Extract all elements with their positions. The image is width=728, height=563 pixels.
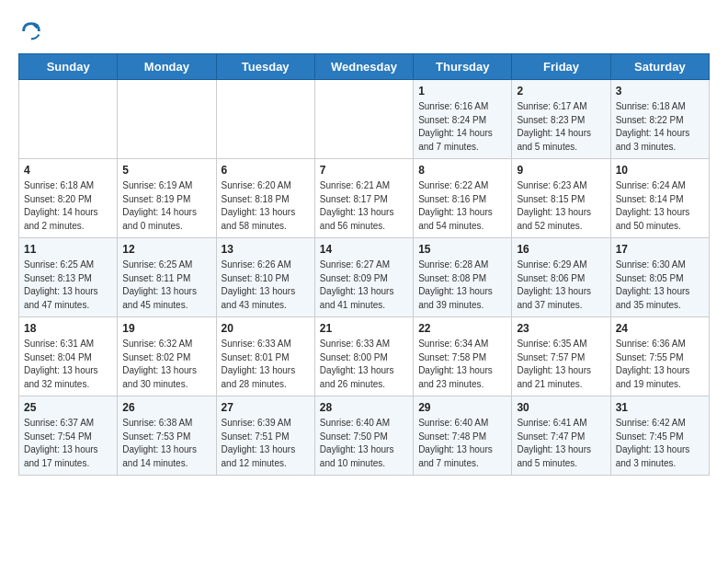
- day-number: 25: [24, 401, 112, 414]
- page-header: [18, 18, 710, 44]
- day-info: Sunrise: 6:40 AM Sunset: 7:48 PM Dayligh…: [418, 417, 506, 470]
- day-info: Sunrise: 6:29 AM Sunset: 8:06 PM Dayligh…: [517, 259, 605, 312]
- day-number: 7: [320, 164, 408, 177]
- day-number: 20: [222, 322, 310, 335]
- day-number: 1: [418, 85, 506, 98]
- day-number: 13: [222, 243, 310, 256]
- day-number: 27: [222, 401, 310, 414]
- logo-icon: [18, 18, 44, 44]
- day-cell: 22Sunrise: 6:34 AM Sunset: 7:58 PM Dayli…: [414, 317, 512, 396]
- day-cell: 17Sunrise: 6:30 AM Sunset: 8:05 PM Dayli…: [610, 238, 709, 317]
- day-number: 11: [24, 243, 112, 256]
- day-cell: 29Sunrise: 6:40 AM Sunset: 7:48 PM Dayli…: [414, 396, 512, 476]
- day-number: 31: [616, 401, 704, 414]
- week-row-4: 18Sunrise: 6:31 AM Sunset: 8:04 PM Dayli…: [19, 317, 710, 396]
- day-number: 22: [418, 322, 506, 335]
- day-info: Sunrise: 6:40 AM Sunset: 7:50 PM Dayligh…: [320, 417, 408, 470]
- day-number: 18: [24, 322, 112, 335]
- day-number: 23: [517, 322, 605, 335]
- day-cell: [314, 80, 413, 159]
- day-cell: 14Sunrise: 6:27 AM Sunset: 8:09 PM Dayli…: [314, 238, 413, 317]
- day-info: Sunrise: 6:26 AM Sunset: 8:10 PM Dayligh…: [222, 259, 310, 312]
- day-cell: 15Sunrise: 6:28 AM Sunset: 8:08 PM Dayli…: [414, 238, 512, 317]
- header-thursday: Thursday: [414, 54, 512, 80]
- day-info: Sunrise: 6:32 AM Sunset: 8:02 PM Dayligh…: [122, 338, 210, 391]
- week-row-2: 4Sunrise: 6:18 AM Sunset: 8:20 PM Daylig…: [19, 159, 710, 238]
- day-info: Sunrise: 6:25 AM Sunset: 8:13 PM Dayligh…: [24, 259, 112, 312]
- day-info: Sunrise: 6:41 AM Sunset: 7:47 PM Dayligh…: [517, 417, 605, 470]
- day-cell: 7Sunrise: 6:21 AM Sunset: 8:17 PM Daylig…: [314, 159, 413, 238]
- day-number: 21: [320, 322, 408, 335]
- day-number: 29: [418, 401, 506, 414]
- day-info: Sunrise: 6:16 AM Sunset: 8:24 PM Dayligh…: [418, 100, 506, 154]
- day-info: Sunrise: 6:31 AM Sunset: 8:04 PM Dayligh…: [24, 338, 112, 391]
- day-info: Sunrise: 6:33 AM Sunset: 8:00 PM Dayligh…: [320, 338, 408, 391]
- day-number: 14: [320, 243, 408, 256]
- day-cell: 12Sunrise: 6:25 AM Sunset: 8:11 PM Dayli…: [118, 238, 216, 317]
- header-friday: Friday: [512, 54, 610, 80]
- day-number: 19: [122, 322, 210, 335]
- day-cell: 4Sunrise: 6:18 AM Sunset: 8:20 PM Daylig…: [19, 159, 118, 238]
- day-info: Sunrise: 6:39 AM Sunset: 7:51 PM Dayligh…: [222, 417, 310, 470]
- week-row-1: 1Sunrise: 6:16 AM Sunset: 8:24 PM Daylig…: [19, 80, 710, 159]
- day-cell: 23Sunrise: 6:35 AM Sunset: 7:57 PM Dayli…: [512, 317, 610, 396]
- day-cell: 10Sunrise: 6:24 AM Sunset: 8:14 PM Dayli…: [610, 159, 709, 238]
- day-info: Sunrise: 6:33 AM Sunset: 8:01 PM Dayligh…: [222, 338, 310, 391]
- day-info: Sunrise: 6:35 AM Sunset: 7:57 PM Dayligh…: [517, 338, 605, 391]
- day-number: 16: [517, 243, 605, 256]
- day-cell: 28Sunrise: 6:40 AM Sunset: 7:50 PM Dayli…: [314, 396, 413, 476]
- day-info: Sunrise: 6:27 AM Sunset: 8:09 PM Dayligh…: [320, 259, 408, 312]
- day-cell: 25Sunrise: 6:37 AM Sunset: 7:54 PM Dayli…: [19, 396, 118, 476]
- day-cell: 6Sunrise: 6:20 AM Sunset: 8:18 PM Daylig…: [216, 159, 314, 238]
- day-number: 28: [320, 401, 408, 414]
- day-cell: 16Sunrise: 6:29 AM Sunset: 8:06 PM Dayli…: [512, 238, 610, 317]
- day-number: 9: [517, 164, 605, 177]
- day-info: Sunrise: 6:42 AM Sunset: 7:45 PM Dayligh…: [616, 417, 704, 470]
- day-cell: 31Sunrise: 6:42 AM Sunset: 7:45 PM Dayli…: [610, 396, 709, 476]
- day-info: Sunrise: 6:38 AM Sunset: 7:53 PM Dayligh…: [122, 417, 210, 470]
- day-cell: 5Sunrise: 6:19 AM Sunset: 8:19 PM Daylig…: [118, 159, 216, 238]
- day-info: Sunrise: 6:21 AM Sunset: 8:17 PM Dayligh…: [320, 179, 408, 233]
- week-row-5: 25Sunrise: 6:37 AM Sunset: 7:54 PM Dayli…: [19, 396, 710, 476]
- day-info: Sunrise: 6:23 AM Sunset: 8:15 PM Dayligh…: [517, 179, 605, 233]
- day-cell: 11Sunrise: 6:25 AM Sunset: 8:13 PM Dayli…: [19, 238, 118, 317]
- day-number: 15: [418, 243, 506, 256]
- day-cell: 1Sunrise: 6:16 AM Sunset: 8:24 PM Daylig…: [414, 80, 512, 159]
- header-sunday: Sunday: [19, 54, 118, 80]
- day-number: 12: [122, 243, 210, 256]
- day-cell: 30Sunrise: 6:41 AM Sunset: 7:47 PM Dayli…: [512, 396, 610, 476]
- day-info: Sunrise: 6:25 AM Sunset: 8:11 PM Dayligh…: [122, 259, 210, 312]
- day-info: Sunrise: 6:18 AM Sunset: 8:20 PM Dayligh…: [24, 179, 112, 233]
- day-cell: 21Sunrise: 6:33 AM Sunset: 8:00 PM Dayli…: [314, 317, 413, 396]
- day-number: 17: [616, 243, 704, 256]
- day-number: 26: [122, 401, 210, 414]
- header-tuesday: Tuesday: [216, 54, 314, 80]
- day-info: Sunrise: 6:20 AM Sunset: 8:18 PM Dayligh…: [222, 179, 310, 233]
- logo: [18, 18, 48, 44]
- day-number: 4: [24, 164, 112, 177]
- day-cell: 18Sunrise: 6:31 AM Sunset: 8:04 PM Dayli…: [19, 317, 118, 396]
- day-number: 8: [418, 164, 506, 177]
- day-number: 3: [616, 85, 704, 98]
- calendar-table: SundayMondayTuesdayWednesdayThursdayFrid…: [18, 53, 710, 476]
- day-cell: 27Sunrise: 6:39 AM Sunset: 7:51 PM Dayli…: [216, 396, 314, 476]
- day-info: Sunrise: 6:19 AM Sunset: 8:19 PM Dayligh…: [122, 179, 210, 233]
- day-info: Sunrise: 6:17 AM Sunset: 8:23 PM Dayligh…: [517, 100, 605, 154]
- day-cell: 24Sunrise: 6:36 AM Sunset: 7:55 PM Dayli…: [610, 317, 709, 396]
- day-cell: [19, 80, 118, 159]
- day-cell: 13Sunrise: 6:26 AM Sunset: 8:10 PM Dayli…: [216, 238, 314, 317]
- day-info: Sunrise: 6:18 AM Sunset: 8:22 PM Dayligh…: [616, 100, 704, 154]
- day-cell: 19Sunrise: 6:32 AM Sunset: 8:02 PM Dayli…: [118, 317, 216, 396]
- day-info: Sunrise: 6:24 AM Sunset: 8:14 PM Dayligh…: [616, 179, 704, 233]
- day-info: Sunrise: 6:22 AM Sunset: 8:16 PM Dayligh…: [418, 179, 506, 233]
- day-cell: 2Sunrise: 6:17 AM Sunset: 8:23 PM Daylig…: [512, 80, 610, 159]
- day-number: 10: [616, 164, 704, 177]
- day-info: Sunrise: 6:28 AM Sunset: 8:08 PM Dayligh…: [418, 259, 506, 312]
- day-number: 24: [616, 322, 704, 335]
- day-number: 6: [222, 164, 310, 177]
- day-number: 5: [122, 164, 210, 177]
- day-info: Sunrise: 6:34 AM Sunset: 7:58 PM Dayligh…: [418, 338, 506, 391]
- header-saturday: Saturday: [610, 54, 709, 80]
- day-info: Sunrise: 6:30 AM Sunset: 8:05 PM Dayligh…: [616, 259, 704, 312]
- header-row: SundayMondayTuesdayWednesdayThursdayFrid…: [19, 54, 710, 80]
